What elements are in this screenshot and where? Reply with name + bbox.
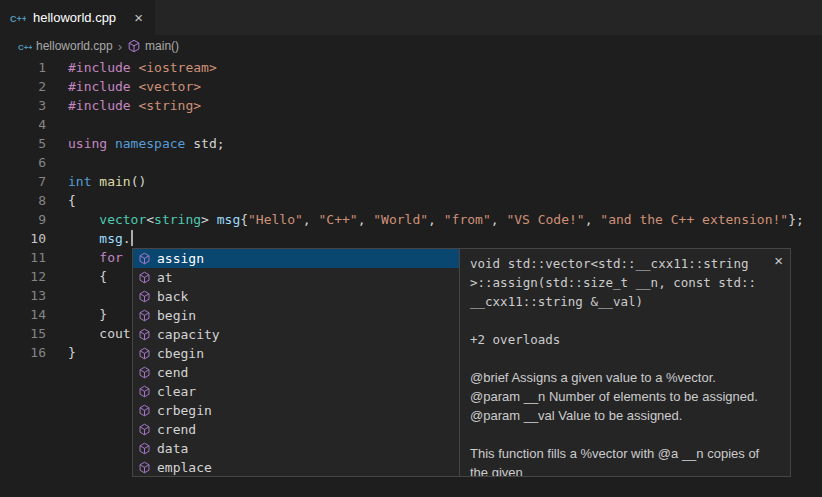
suggest-item-emplace[interactable]: emplace: [133, 458, 459, 477]
docs-signature: void std::vector<std::__cxx11::string >:…: [470, 254, 768, 311]
tab-bar: C++ helloworld.cpp ×: [0, 0, 822, 35]
method-icon: [138, 423, 152, 437]
suggest-item-label: begin: [157, 308, 196, 323]
line-number: 5: [0, 134, 46, 153]
code-line-7[interactable]: 7int main(): [0, 172, 822, 191]
method-icon: [138, 271, 152, 285]
code-line-6[interactable]: 6: [0, 153, 822, 172]
suggest-item-label: capacity: [157, 327, 220, 342]
editor-cursor: [131, 230, 133, 246]
code-text: for: [46, 248, 123, 267]
method-icon: [138, 385, 152, 399]
suggest-item-capacity[interactable]: capacity: [133, 325, 459, 344]
suggest-item-assign[interactable]: assign: [133, 249, 459, 268]
method-icon: [138, 328, 152, 342]
code-text: int main(): [46, 172, 146, 191]
line-number: 10: [0, 229, 46, 248]
method-icon: [138, 404, 152, 418]
code-line-10[interactable]: 10 msg.: [0, 229, 822, 248]
tab-close-icon[interactable]: ×: [132, 10, 145, 25]
code-text: vector<string> msg{"Hello", "C++", "Worl…: [46, 210, 804, 229]
docs-body: This function fills a %vector with @a __…: [470, 444, 768, 477]
code-text: cout: [46, 324, 131, 343]
method-icon: [138, 252, 152, 266]
line-number: 7: [0, 172, 46, 191]
suggest-item-label: clear: [157, 384, 196, 399]
line-number: 16: [0, 343, 46, 362]
chevron-right-icon: ›: [118, 39, 122, 54]
breadcrumb-file[interactable]: C++ helloworld.cpp: [18, 39, 113, 53]
suggest-item-label: emplace: [157, 460, 212, 475]
line-number: 15: [0, 324, 46, 343]
code-text: [46, 286, 68, 305]
method-icon: [127, 39, 141, 53]
suggest-item-crend[interactable]: crend: [133, 420, 459, 439]
code-text: {: [46, 267, 107, 286]
code-text: using namespace std;: [46, 134, 225, 153]
suggest-item-label: back: [157, 289, 188, 304]
code-text: [46, 153, 68, 172]
suggest-item-label: at: [157, 270, 173, 285]
code-line-4[interactable]: 4: [0, 115, 822, 134]
suggest-item-begin[interactable]: begin: [133, 306, 459, 325]
breadcrumb-file-label: helloworld.cpp: [36, 39, 113, 53]
code-line-5[interactable]: 5using namespace std;: [0, 134, 822, 153]
breadcrumb-symbol[interactable]: main(): [127, 39, 179, 53]
code-text: #include <string>: [46, 96, 201, 115]
method-icon: [138, 309, 152, 323]
suggest-item-label: cbegin: [157, 346, 204, 361]
code-line-3[interactable]: 3#include <string>: [0, 96, 822, 115]
code-line-9[interactable]: 9 vector<string> msg{"Hello", "C++", "Wo…: [0, 210, 822, 229]
line-number: 13: [0, 286, 46, 305]
suggest-docs-panel: void std::vector<std::__cxx11::string >:…: [459, 248, 791, 477]
breadcrumb: C++ helloworld.cpp › main(): [0, 35, 822, 57]
suggest-item-at[interactable]: at: [133, 268, 459, 287]
line-number: 9: [0, 210, 46, 229]
vscode-window: { "colors": { "background": "#1e1e1e", "…: [0, 0, 822, 497]
close-icon[interactable]: ×: [774, 252, 783, 269]
suggest-item-label: assign: [157, 251, 204, 266]
line-number: 14: [0, 305, 46, 324]
suggest-item-clear[interactable]: clear: [133, 382, 459, 401]
line-number: 3: [0, 96, 46, 115]
method-icon: [138, 290, 152, 304]
suggest-item-label: crbegin: [157, 403, 212, 418]
intellisense-suggest-widget: assignatbackbegincapacitycbegincendclear…: [132, 248, 791, 477]
suggest-item-cbegin[interactable]: cbegin: [133, 344, 459, 363]
suggest-item-cend[interactable]: cend: [133, 363, 459, 382]
method-icon: [138, 442, 152, 456]
code-text: #include <vector>: [46, 77, 201, 96]
code-line-2[interactable]: 2#include <vector>: [0, 77, 822, 96]
tab-helloworld-cpp[interactable]: C++ helloworld.cpp ×: [0, 0, 155, 35]
suggest-item-crbegin[interactable]: crbegin: [133, 401, 459, 420]
method-icon: [138, 347, 152, 361]
suggest-item-data[interactable]: data: [133, 439, 459, 458]
line-number: 12: [0, 267, 46, 286]
code-text: #include <iostream>: [46, 58, 217, 77]
docs-brief: @brief Assigns a given value to a %vecto…: [470, 368, 768, 387]
suggest-item-label: cend: [157, 365, 188, 380]
line-number: 11: [0, 248, 46, 267]
method-icon: [138, 461, 152, 475]
suggest-item-back[interactable]: back: [133, 287, 459, 306]
docs-overloads: +2 overloads: [470, 330, 768, 349]
docs-param-val: @param __val Value to be assigned.: [470, 406, 768, 425]
docs-param-n: @param __n Number of elements to be assi…: [470, 387, 768, 406]
suggest-item-label: crend: [157, 422, 196, 437]
code-line-1[interactable]: 1#include <iostream>: [0, 58, 822, 77]
code-text: }: [46, 305, 107, 324]
svg-text:C++: C++: [18, 43, 32, 52]
suggest-item-label: data: [157, 441, 188, 456]
line-number: 6: [0, 153, 46, 172]
svg-text:C++: C++: [10, 14, 26, 24]
line-number: 4: [0, 115, 46, 134]
suggest-list: assignatbackbegincapacitycbegincendclear…: [132, 248, 460, 477]
cpp-file-icon: C++: [18, 39, 32, 53]
line-number: 1: [0, 58, 46, 77]
tab-label: helloworld.cpp: [33, 10, 125, 25]
breadcrumb-symbol-label: main(): [145, 39, 179, 53]
code-text: {: [46, 191, 76, 210]
code-line-8[interactable]: 8{: [0, 191, 822, 210]
line-number: 2: [0, 77, 46, 96]
method-icon: [138, 366, 152, 380]
